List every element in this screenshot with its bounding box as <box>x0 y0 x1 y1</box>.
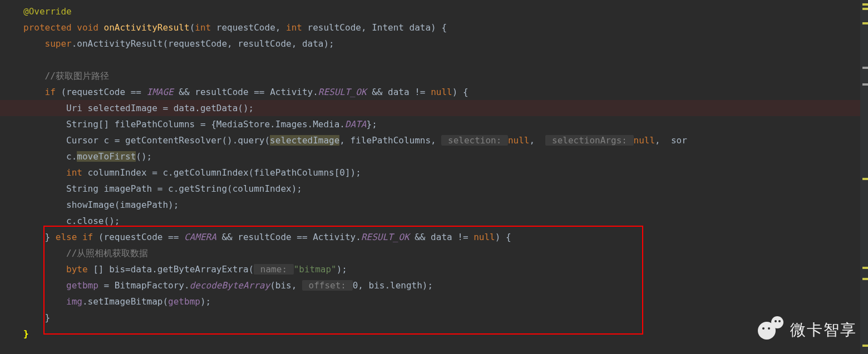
annotation: @Override <box>23 6 72 17</box>
code-editor[interactable]: @Override protected void onActivityResul… <box>0 0 868 342</box>
marker[interactable] <box>862 83 868 86</box>
code-line: //从照相机获取数据 <box>0 245 868 261</box>
wechat-icon <box>758 316 785 343</box>
code-line: //获取图片路径 <box>0 68 868 84</box>
warning-marker[interactable] <box>862 3 868 6</box>
marker-stripe[interactable] <box>860 0 868 354</box>
param-hint: selection: <box>441 135 508 146</box>
watermark-text: 微卡智享 <box>790 322 857 338</box>
matched-brace: } <box>23 328 29 339</box>
param-hint: selectionArgs: <box>545 135 633 146</box>
code-line: byte [] bis=data.getByteArrayExtra( name… <box>0 261 868 277</box>
code-line <box>0 52 868 68</box>
code-line: protected void onActivityResult(int requ… <box>0 19 868 36</box>
code-line: getbmp = BitmapFactory.decodeByteArray(b… <box>0 277 868 293</box>
param-hint: name: <box>254 264 293 275</box>
code-line: String[] filePathColumns = {MediaStore.I… <box>0 116 868 132</box>
warning-marker[interactable] <box>862 278 868 280</box>
code-line: Uri selectedImage = data.getData(); <box>0 100 868 116</box>
marker[interactable] <box>862 67 868 69</box>
code-line: @Override <box>0 3 868 19</box>
code-line: String imagePath = c.getString(columnInd… <box>0 181 868 197</box>
warning-marker[interactable] <box>862 267 868 269</box>
code-line: super.onActivityResult(requestCode, resu… <box>0 36 868 52</box>
code-line: } <box>0 310 868 326</box>
code-line: } <box>0 326 868 342</box>
code-line: if (requestCode == IMAGE && resultCode =… <box>0 84 868 100</box>
watermark: 微卡智享 <box>758 316 857 343</box>
code-line: int columnIndex = c.getColumnIndex(fileP… <box>0 164 868 181</box>
param-hint: offset: <box>302 280 353 291</box>
vertical-scrollbar[interactable] <box>860 0 868 354</box>
warning-marker[interactable] <box>862 22 868 24</box>
warning-marker[interactable] <box>862 178 868 180</box>
code-line: c.close(); <box>0 213 868 229</box>
warning-marker[interactable] <box>862 8 868 10</box>
code-line: showImage(imagePath); <box>0 197 868 213</box>
code-line: c.moveToFirst(); <box>0 148 868 164</box>
warning-marker[interactable] <box>862 345 868 347</box>
code-line: Cursor c = getContentResolver().query(se… <box>0 132 868 148</box>
code-line: } else if (requestCode == CAMERA && resu… <box>0 229 868 245</box>
code-line: img.setImageBitmap(getbmp); <box>0 293 868 310</box>
